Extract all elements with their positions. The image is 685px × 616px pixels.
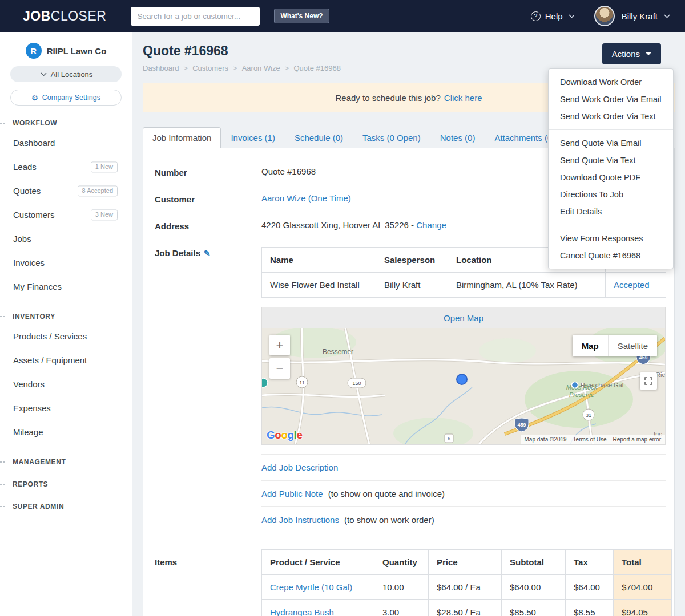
add-links-group: Add Job Description Add Public Note (to … <box>261 454 666 533</box>
tab-invoices[interactable]: Invoices (1) <box>221 127 285 148</box>
edit-pencil-icon[interactable]: ✎ <box>204 249 211 258</box>
menu-item-send-work-order-email[interactable]: Send Work Order Via Email <box>549 91 673 108</box>
menu-item-directions-to-job[interactable]: Directions To Job <box>549 186 673 203</box>
customer-type-link[interactable]: (One Time) <box>308 193 351 203</box>
add-job-instructions-suffix: (to show on work order) <box>344 515 434 525</box>
avatar[interactable] <box>594 6 615 26</box>
col-price: Price <box>429 550 502 575</box>
map-type-toggle: Map Satellite <box>573 335 657 356</box>
caret-down-icon <box>646 52 651 55</box>
menu-divider <box>549 129 673 130</box>
breadcrumb-customers[interactable]: Customers <box>192 64 228 72</box>
address-change-link[interactable]: Change <box>416 220 446 230</box>
sidebar-item-products-services[interactable]: Products / Services <box>0 325 132 348</box>
section-label: WORKFLOW <box>13 119 57 127</box>
menu-item-cancel-quote[interactable]: Cancel Quote #16968 <box>549 247 673 264</box>
map-place-pin <box>572 382 578 388</box>
quotes-badge: 8 Accepted <box>78 185 118 196</box>
job-details-label: Job Details <box>155 248 200 258</box>
sidebar-item-assets-equipment[interactable]: Assets / Equipment <box>0 348 132 372</box>
schedule-banner-text: Ready to schedule this job? <box>336 93 441 103</box>
app-logo[interactable]: JOBCLOSER <box>23 9 106 24</box>
customer-link[interactable]: Aaron Wize <box>261 193 306 203</box>
section-super-admin[interactable]: SUPER ADMIN <box>0 502 132 511</box>
map-label-park-2: Preserve <box>569 391 594 398</box>
sidebar-item-customers[interactable]: Customers 3 New <box>0 203 132 227</box>
google-logo[interactable]: Google <box>267 429 302 441</box>
all-locations-label: All Locations <box>51 70 93 79</box>
zoom-out-button[interactable]: − <box>269 358 290 379</box>
terms-of-use-link[interactable]: Terms of Use <box>573 436 607 443</box>
total-cell: $94.05 <box>614 600 672 616</box>
menu-item-download-quote-pdf[interactable]: Download Quote PDF <box>549 169 673 186</box>
app-logo-bold: JOB <box>23 9 51 23</box>
breadcrumb-separator: > <box>184 64 188 72</box>
menu-item-send-quote-email[interactable]: Send Quote Via Email <box>549 135 673 152</box>
company-header: R RIIPL Lawn Co <box>0 32 132 59</box>
section-label: SUPER ADMIN <box>13 502 64 510</box>
company-settings-button[interactable]: ⚙ Company Settings <box>10 90 122 106</box>
product-link[interactable]: Crepe Myrtle (10 Gal) <box>270 582 352 592</box>
map-canvas[interactable]: Bessemer Moss Rock Preserve Riverchase G… <box>262 328 665 444</box>
section-management[interactable]: MANAGEMENT <box>0 457 132 467</box>
sidebar-item-dashboard[interactable]: Dashboard <box>0 131 132 155</box>
add-public-note-link[interactable]: Add Public Note <box>261 489 323 499</box>
breadcrumb-aaron-wize[interactable]: Aaron Wize <box>242 64 280 72</box>
add-job-instructions-link[interactable]: Add Job Instructions <box>261 515 339 525</box>
menu-item-view-form-responses[interactable]: View Form Responses <box>549 230 673 247</box>
tax-cell: $64.00 <box>566 575 614 600</box>
user-name: Billy Kraft <box>622 11 658 21</box>
gear-icon: ⚙ <box>31 94 38 102</box>
sidebar-item-vendors[interactable]: Vendors <box>0 372 132 396</box>
schedule-click-here-link[interactable]: Click here <box>444 93 482 103</box>
total-cell: $704.00 <box>614 575 672 600</box>
menu-item-send-work-order-text[interactable]: Send Work Order Via Text <box>549 108 673 125</box>
leads-badge: 1 New <box>91 161 118 172</box>
route-shield-459-b: 459 <box>515 418 529 432</box>
breadcrumb-dashboard[interactable]: Dashboard <box>143 64 179 72</box>
breadcrumb-separator: > <box>285 64 289 72</box>
section-label: MANAGEMENT <box>13 458 66 466</box>
address-label: Address <box>155 220 261 231</box>
items-row: Items Product / Service Quantity Price S… <box>155 541 663 616</box>
product-link[interactable]: Hydrangea Bush <box>270 607 334 616</box>
menu-item-edit-details[interactable]: Edit Details <box>549 203 673 220</box>
tab-notes[interactable]: Notes (0) <box>430 127 485 148</box>
tax-cell: $8.55 <box>566 600 614 616</box>
job-location-marker <box>457 374 467 384</box>
zoom-in-button[interactable]: + <box>269 335 290 355</box>
menu-item-send-quote-text[interactable]: Send Quote Via Text <box>549 152 673 169</box>
search-input[interactable] <box>131 7 260 26</box>
section-reports[interactable]: REPORTS <box>0 480 132 489</box>
sidebar-item-label: Products / Services <box>13 331 87 341</box>
sidebar-item-label: Leads <box>13 162 37 172</box>
sidebar-item-quotes[interactable]: Quotes 8 Accepted <box>0 179 132 203</box>
report-map-error-link[interactable]: Report a map error <box>613 436 661 443</box>
actions-button[interactable]: Actions <box>602 43 661 64</box>
satellite-view-button[interactable]: Satellite <box>608 335 657 356</box>
sidebar-item-expenses[interactable]: Expenses <box>0 396 132 420</box>
map-view-button[interactable]: Map <box>573 335 608 356</box>
sidebar-item-mileage[interactable]: Mileage <box>0 420 132 444</box>
all-locations-dropdown[interactable]: All Locations <box>10 66 122 82</box>
add-job-description-link[interactable]: Add Job Description <box>261 463 338 472</box>
open-map-link[interactable]: Open Map <box>444 313 483 323</box>
customers-badge: 3 New <box>91 209 118 220</box>
whats-new-button[interactable]: What's New? <box>274 9 329 23</box>
tab-schedule[interactable]: Schedule (0) <box>285 127 353 148</box>
sidebar-item-invoices[interactable]: Invoices <box>0 251 132 275</box>
sidebar: R RIIPL Lawn Co All Locations ⚙ Company … <box>0 32 132 616</box>
help-menu[interactable]: ? Help <box>531 11 575 21</box>
section-dashes <box>0 506 7 507</box>
sidebar-item-leads[interactable]: Leads 1 New <box>0 155 132 179</box>
subtotal-cell: $640.00 <box>502 575 566 600</box>
open-map-bar: Open Map <box>262 307 665 328</box>
sidebar-item-jobs[interactable]: Jobs <box>0 227 132 251</box>
user-menu[interactable]: Billy Kraft <box>622 11 670 21</box>
tab-job-information[interactable]: Job Information <box>143 127 221 148</box>
sidebar-item-my-finances[interactable]: My Finances <box>0 275 132 299</box>
fullscreen-button[interactable] <box>640 372 657 390</box>
tab-tasks[interactable]: Tasks (0 Open) <box>353 127 430 148</box>
menu-item-download-work-order[interactable]: Download Work Order <box>549 74 673 91</box>
section-dashes <box>0 316 7 317</box>
